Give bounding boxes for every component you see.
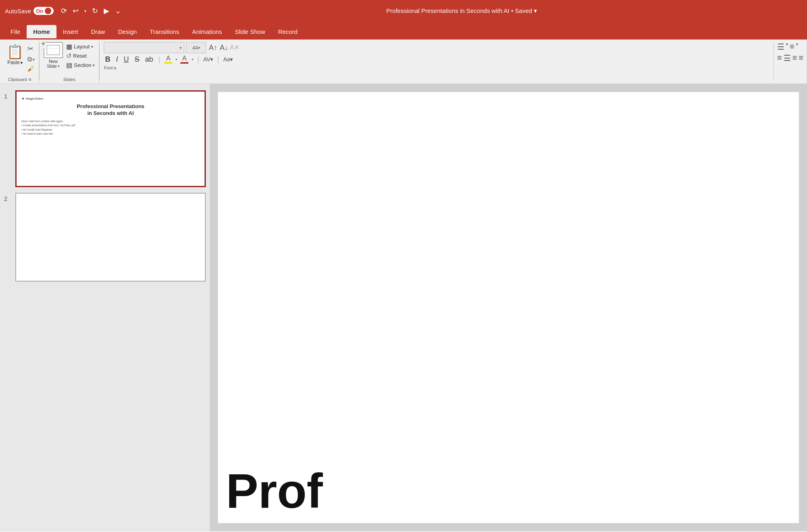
paste-button[interactable]: 📋 Paste ▾ — [4, 42, 26, 67]
justify-button[interactable]: ≡ — [799, 53, 803, 63]
highlight-dropdown-icon[interactable]: ▾ — [176, 58, 177, 61]
font-color-button[interactable]: A — [180, 55, 188, 64]
tab-draw[interactable]: Draw — [84, 25, 111, 40]
lists-group: ☰ ▾ ≡ ▾ ≡ ☰ ≡ ≡ — [774, 40, 807, 83]
tab-home[interactable]: Home — [27, 25, 56, 40]
slides-group: New Slide ▾ ▦ Layout ▾ ↺ Reset — [40, 40, 99, 83]
paste-dropdown-icon: ▾ — [21, 61, 23, 65]
increase-font-button[interactable]: A↑ — [208, 44, 218, 52]
numbered-dropdown-icon[interactable]: ▾ — [796, 42, 798, 52]
section-icon: ▤ — [66, 61, 72, 69]
underline-button[interactable]: U — [122, 55, 130, 64]
slide-label: Slide — [47, 64, 56, 69]
slides-label: Slides — [63, 77, 75, 82]
italic-button[interactable]: I — [115, 55, 119, 64]
tab-animations[interactable]: Animations — [186, 25, 228, 40]
list-row1: ☰ ▾ ≡ ▾ — [777, 42, 803, 52]
bullet-dropdown-icon[interactable]: ▾ — [786, 42, 788, 52]
tab-record[interactable]: Record — [272, 25, 304, 40]
char-spacing-button[interactable]: AV▾ — [203, 56, 213, 63]
redo-icon[interactable]: ↻ — [92, 6, 98, 15]
sync-icon[interactable]: ⟳ — [61, 6, 67, 15]
clear-format-button[interactable]: A✕ — [230, 44, 239, 52]
customize-icon[interactable]: ⌄ — [115, 6, 121, 15]
slide-item-2: 2 — [4, 193, 206, 282]
tab-file[interactable]: File — [4, 25, 27, 40]
undo-icon[interactable]: ↩ — [73, 6, 79, 15]
slide-number-1: 1 — [4, 90, 12, 100]
tab-transitions[interactable]: Transitions — [143, 25, 186, 40]
ribbon-tabs: File Home Insert Draw Design Transitions… — [0, 22, 807, 40]
bullet-list-button[interactable]: ☰ — [777, 42, 784, 52]
copy-icon: ⧉ — [27, 56, 32, 63]
slide-thumbnail-1[interactable]: ✦ MagicSlides Professional Presentations… — [15, 90, 206, 187]
format-painter-icon: 🖌 — [27, 65, 34, 73]
bold-button[interactable]: B — [104, 55, 111, 64]
slide-thumbnail-2[interactable] — [15, 193, 206, 282]
strikethrough-button[interactable]: S — [133, 55, 140, 64]
divider3: | — [217, 55, 219, 64]
change-case-button[interactable]: Aa▾ — [223, 56, 233, 63]
font-color-bar — [180, 62, 188, 64]
canvas-area: Prof — [210, 84, 807, 531]
slides-label-text: Slides — [63, 77, 75, 82]
undo-dropdown-icon[interactable]: ▾ — [84, 9, 86, 13]
numbered-list-button[interactable]: ≡ — [790, 42, 794, 52]
slides-content: New Slide ▾ ▦ Layout ▾ ↺ Reset — [44, 42, 95, 75]
cut-icon: ✂ — [27, 44, 33, 53]
magic-icon: ✦ — [21, 96, 25, 101]
font-size-value: 44 — [192, 45, 198, 51]
font-name-input[interactable]: ▾ — [104, 42, 184, 53]
font-row2: B I U S ab | A ▾ A ▾ | AV▾ | Aa▾ — [104, 55, 769, 64]
font-size-dropdown-icon[interactable]: ▾ — [198, 46, 200, 50]
list-row2: ≡ ☰ ≡ ≡ — [777, 53, 803, 63]
toggle-knob — [45, 8, 51, 14]
new-slide-dropdown-icon: ▾ — [58, 64, 60, 68]
tab-slideshow[interactable]: Slide Show — [228, 25, 272, 40]
doc-title: Professional Presentations in Seconds wi… — [121, 7, 802, 15]
paste-icon: 📋 — [6, 44, 23, 60]
font-name-dropdown-icon[interactable]: ▾ — [180, 46, 182, 50]
tab-insert[interactable]: Insert — [56, 25, 85, 40]
reset-icon: ↺ — [66, 52, 71, 60]
align-right-button[interactable]: ≡ — [792, 53, 797, 63]
autosave-area: AutoSave On — [5, 7, 54, 15]
clipboard-expand-icon[interactable]: ⧉ — [29, 77, 31, 82]
autosave-toggle[interactable]: On — [33, 7, 54, 15]
autosave-label: AutoSave — [5, 8, 31, 15]
font-label-text: Font — [104, 65, 113, 70]
font-color-dropdown-icon[interactable]: ▾ — [192, 58, 193, 61]
slide-item-1: 1 ✦ MagicSlides Professional Presentatio… — [4, 90, 206, 187]
reset-button[interactable]: ↺ Reset — [66, 52, 95, 60]
decrease-font-button[interactable]: A↓ — [219, 44, 229, 52]
format-painter-button[interactable]: 🖌 — [27, 65, 35, 73]
slide-1-bullets: Never start from a blank slide again. • … — [21, 119, 200, 136]
paste-label: Paste — [7, 60, 20, 65]
clipboard-right: ✂ ⧉ ▾ 🖌 — [27, 42, 35, 73]
font-row1: ▾ 44 ▾ A↑ A↓ A✕ — [104, 42, 769, 53]
layout-button[interactable]: ▦ Layout ▾ — [66, 43, 95, 50]
font-group: ▾ 44 ▾ A↑ A↓ A✕ B I U S ab | A ▾ — [100, 40, 774, 83]
text-shadow-button[interactable]: ab — [144, 55, 154, 64]
slide-icon-svg — [46, 44, 61, 56]
section-dropdown-icon: ▾ — [93, 63, 95, 67]
layout-icon: ▦ — [66, 43, 72, 50]
clipboard-group: 📋 Paste ▾ ✂ ⧉ ▾ 🖌 Clipboard — [0, 40, 39, 83]
reset-label: Reset — [73, 53, 87, 59]
new-slide-button[interactable]: New Slide ▾ — [44, 42, 63, 69]
highlight-color-bar — [164, 62, 172, 64]
svg-rect-0 — [47, 45, 60, 55]
copy-arrow-icon: ▾ — [33, 57, 35, 62]
font-size-input[interactable]: 44 ▾ — [186, 42, 206, 53]
cut-button[interactable]: ✂ — [27, 44, 35, 53]
highlight-color-button[interactable]: A — [164, 55, 172, 64]
font-group-label: Font ⧉ — [104, 65, 769, 71]
present-icon[interactable]: ▶ — [104, 6, 109, 15]
align-center-button[interactable]: ☰ — [784, 53, 791, 63]
font-expand-icon[interactable]: ⧉ — [114, 66, 116, 70]
copy-button[interactable]: ⧉ ▾ — [27, 56, 35, 63]
section-button[interactable]: ▤ Section ▾ — [66, 61, 95, 69]
section-label: Section — [74, 62, 91, 68]
align-left-button[interactable]: ≡ — [777, 53, 782, 63]
tab-design[interactable]: Design — [111, 25, 143, 40]
